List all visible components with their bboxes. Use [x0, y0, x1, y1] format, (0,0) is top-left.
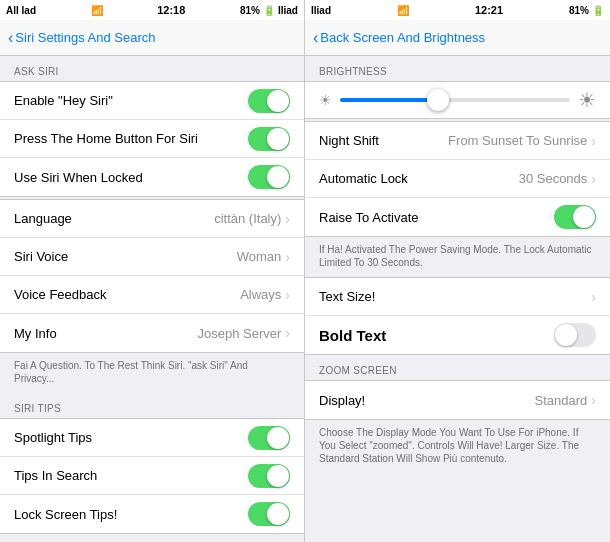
toggle-knob [267, 427, 289, 449]
left-panel: All Iad 📶 12:18 81% 🔋 Iliad ‹ Siri Setti… [0, 0, 305, 542]
right-time: 12:21 [475, 4, 503, 16]
tips-in-search-toggle[interactable] [248, 464, 290, 488]
night-shift-chevron: › [591, 133, 596, 149]
brightness-header: BRIGHTNESS [305, 56, 610, 81]
left-battery-icon: 🔋 [263, 5, 275, 16]
my-info-chevron: › [285, 325, 290, 341]
raise-activate-label: Raise To Activate [319, 210, 554, 225]
bottom-note: It Replenishes Suggestions Directly In T… [0, 534, 304, 542]
toggle-knob [555, 324, 577, 346]
zoom-content-note: Choose The Display Mode You Want To Use … [305, 420, 610, 471]
language-value: cittàn (Italy) [214, 211, 281, 226]
right-back-chevron: ‹ [313, 29, 318, 47]
siri-voice-value: Woman [237, 249, 282, 264]
enable-hey-siri-row[interactable]: Enable "Hey Siri" [0, 82, 304, 120]
display-row[interactable]: Display! Standard › [305, 381, 610, 419]
auto-lock-note: If Ha! Activated The Power Saving Mode. … [305, 237, 610, 275]
text-display-group: Text Size! › Bold Text [305, 277, 610, 355]
left-nav-title: Siri Settings And Search [15, 30, 155, 45]
siri-voice-row[interactable]: Siri Voice Woman › [0, 238, 304, 276]
siri-voice-label: Siri Voice [14, 249, 237, 264]
right-back-button[interactable]: ‹ Back Screen And Brightness [313, 29, 485, 47]
siri-tips-group: Spotlight Tips Tips In Search Lock Scree… [0, 418, 304, 534]
bold-text-label: Bold Text [319, 327, 554, 344]
use-siri-locked-toggle[interactable] [248, 165, 290, 189]
voice-feedback-value: Always [240, 287, 281, 302]
right-battery-icon: 🔋 [592, 5, 604, 16]
toggle-knob [573, 206, 595, 228]
left-right-status: 81% 🔋 Iliad [240, 5, 298, 16]
left-nav-bar: ‹ Siri Settings And Search [0, 20, 304, 56]
raise-activate-toggle[interactable] [554, 205, 596, 229]
use-siri-locked-label: Use Siri When Locked [14, 170, 248, 185]
language-row[interactable]: Language cittàn (Italy) › [0, 200, 304, 238]
bold-text-row[interactable]: Bold Text [305, 316, 610, 354]
left-carrier: All Iad [6, 5, 36, 16]
home-button-label: Press The Home Button For Siri [14, 131, 248, 146]
lock-screen-tips-row[interactable]: Lock Screen Tips! [0, 495, 304, 533]
display-chevron: › [591, 392, 596, 408]
slider-thumb[interactable] [427, 89, 449, 111]
right-carrier: Iliad [311, 5, 331, 16]
siri-tips-header: SIRI TIPS [0, 393, 304, 418]
toggle-knob [267, 465, 289, 487]
toggle-knob [267, 128, 289, 150]
tips-in-search-row[interactable]: Tips In Search [0, 457, 304, 495]
left-wifi-icon: 📶 [91, 5, 103, 16]
language-chevron: › [285, 211, 290, 227]
siri-description: Fai A Question. To The Rest Think Siri. … [0, 353, 304, 393]
display-options-group: Night Shift From Sunset To Sunrise › Aut… [305, 121, 610, 237]
siri-options-group: Language cittàn (Italy) › Siri Voice Wom… [0, 199, 304, 353]
bold-text-toggle[interactable] [554, 323, 596, 347]
ask-siri-header: ASK SIRI [0, 56, 304, 81]
enable-hey-siri-toggle[interactable] [248, 89, 290, 113]
my-info-row[interactable]: My Info Joseph Server › [0, 314, 304, 352]
auto-lock-chevron: › [591, 171, 596, 187]
night-shift-value: From Sunset To Sunrise [448, 133, 587, 148]
enable-hey-siri-label: Enable "Hey Siri" [14, 93, 248, 108]
right-right-status: 81% 🔋 [569, 5, 604, 16]
left-carrier2: Iliad [278, 5, 298, 16]
spotlight-tips-row[interactable]: Spotlight Tips [0, 419, 304, 457]
left-back-chevron: ‹ [8, 29, 13, 47]
lock-screen-tips-label: Lock Screen Tips! [14, 507, 248, 522]
toggle-knob [267, 166, 289, 188]
brightness-slider[interactable] [340, 98, 570, 102]
use-siri-locked-row[interactable]: Use Siri When Locked [0, 158, 304, 196]
voice-feedback-label: Voice Feedback [14, 287, 240, 302]
sun-small-icon: ☀ [319, 92, 332, 108]
tips-in-search-label: Tips In Search [14, 468, 248, 483]
right-status-bar: Iliad 📶 12:21 81% 🔋 [305, 0, 610, 20]
sun-large-icon: ☀ [578, 88, 596, 112]
night-shift-row[interactable]: Night Shift From Sunset To Sunrise › [305, 122, 610, 160]
text-size-chevron: › [591, 289, 596, 305]
lock-screen-tips-toggle[interactable] [248, 502, 290, 526]
toggle-knob [267, 90, 289, 112]
siri-voice-chevron: › [285, 249, 290, 265]
home-button-row[interactable]: Press The Home Button For Siri [0, 120, 304, 158]
spotlight-tips-toggle[interactable] [248, 426, 290, 450]
brightness-row: ☀ ☀ [305, 81, 610, 119]
text-size-row[interactable]: Text Size! › [305, 278, 610, 316]
home-button-toggle[interactable] [248, 127, 290, 151]
spotlight-tips-label: Spotlight Tips [14, 430, 248, 445]
auto-lock-value: 30 Seconds [519, 171, 588, 186]
left-back-button[interactable]: ‹ Siri Settings And Search [8, 29, 156, 47]
display-label: Display! [319, 393, 535, 408]
zoom-screen-header: ZOOM SCREEN [305, 355, 610, 380]
auto-lock-label: Automatic Lock [319, 171, 519, 186]
right-signal-icon: 📶 [397, 5, 409, 16]
my-info-label: My Info [14, 326, 198, 341]
language-label: Language [14, 211, 214, 226]
auto-lock-row[interactable]: Automatic Lock 30 Seconds › [305, 160, 610, 198]
my-info-value: Joseph Server [198, 326, 282, 341]
voice-feedback-chevron: › [285, 287, 290, 303]
text-size-label: Text Size! [319, 289, 591, 304]
voice-feedback-row[interactable]: Voice Feedback Always › [0, 276, 304, 314]
right-nav-bar: ‹ Back Screen And Brightness [305, 20, 610, 56]
left-time: 12:18 [157, 4, 185, 16]
slider-fill [340, 98, 432, 102]
raise-activate-row[interactable]: Raise To Activate [305, 198, 610, 236]
right-nav-title: Back Screen And Brightness [320, 30, 485, 45]
ask-siri-group: Enable "Hey Siri" Press The Home Button … [0, 81, 304, 197]
